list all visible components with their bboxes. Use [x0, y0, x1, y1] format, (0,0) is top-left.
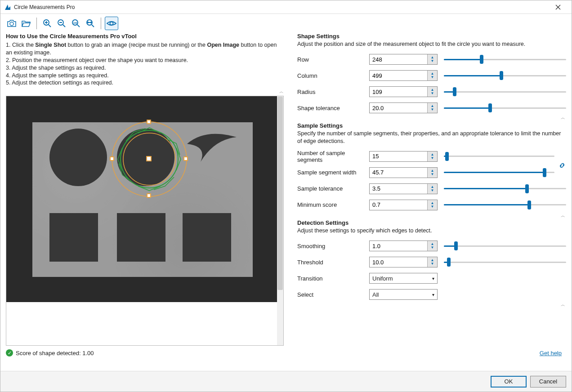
segwidth-control: Sample segment width ▲▼	[297, 165, 566, 181]
smoothing-slider-thumb[interactable]	[454, 241, 458, 250]
shape-tolerance-stepper[interactable]: ▲▼	[427, 103, 437, 113]
threshold-slider[interactable]	[444, 257, 566, 267]
overlay-handle-center[interactable]	[146, 156, 152, 161]
segments-slider-thumb[interactable]	[445, 152, 449, 161]
row-input[interactable]	[370, 54, 427, 64]
sample-settings-desc: Specify the number of sample segments, t…	[297, 130, 566, 145]
get-help-link[interactable]: Get help	[540, 350, 562, 356]
chevron-down-icon: ▾	[432, 276, 434, 281]
howto-line2: 2. Position the measurement object over …	[6, 57, 188, 63]
smoothing-input[interactable]	[370, 241, 427, 251]
zoom-in-button[interactable]	[40, 17, 54, 30]
overlay-handle-right[interactable]	[183, 156, 188, 161]
scrollbar-thumb[interactable]	[277, 97, 283, 290]
sample-tolerance-control: Sample tolerance ▲▼	[297, 181, 566, 197]
open-image-button[interactable]	[19, 17, 33, 30]
zoom-out-button[interactable]	[55, 17, 68, 30]
transition-label: Transition	[297, 275, 369, 282]
threshold-slider-thumb[interactable]	[447, 258, 451, 267]
radius-slider-thumb[interactable]	[453, 87, 456, 96]
detection-collapse-caret[interactable]: ︿	[561, 302, 565, 308]
threshold-stepper[interactable]: ▲▼	[427, 257, 437, 267]
segwidth-slider[interactable]	[444, 167, 554, 178]
row-slider[interactable]	[444, 54, 566, 65]
preview-toggle-button[interactable]	[105, 17, 118, 30]
smoothing-label: Smoothing	[297, 243, 369, 249]
svg-text:100: 100	[73, 22, 77, 24]
segments-stepper[interactable]: ▲▼	[427, 151, 437, 161]
overlay-handle-bottom[interactable]	[147, 193, 151, 198]
sample-tolerance-slider-thumb[interactable]	[525, 184, 529, 193]
row-slider-thumb[interactable]	[480, 55, 483, 64]
shape-collapse-caret[interactable]: ︿	[561, 115, 565, 121]
image-canvas	[6, 96, 277, 302]
threshold-control: Threshold ▲▼	[297, 254, 566, 270]
row-control: Row ▲▼	[297, 51, 566, 67]
segwidth-spinbox[interactable]: ▲▼	[369, 167, 438, 178]
column-input[interactable]	[370, 71, 427, 80]
segments-spinbox[interactable]: ▲▼	[369, 151, 438, 162]
zoom-fit-button[interactable]	[84, 17, 97, 30]
minscore-stepper[interactable]: ▲▼	[427, 200, 437, 210]
smoothing-spinbox[interactable]: ▲▼	[369, 241, 438, 251]
sample-tolerance-input[interactable]	[370, 184, 427, 194]
minscore-slider-thumb[interactable]	[527, 200, 531, 209]
segwidth-label: Sample segment width	[297, 169, 369, 176]
shape-square-3	[183, 213, 231, 262]
column-stepper[interactable]: ▲▼	[427, 71, 437, 80]
collapse-caret-icon[interactable]: ︿	[279, 89, 284, 95]
close-button[interactable]	[548, 1, 568, 13]
status-value: 1.00	[82, 350, 94, 356]
transition-select[interactable]: Uniform▾	[369, 273, 438, 284]
sample-collapse-caret[interactable]: ︿	[561, 213, 565, 219]
minscore-label: Minimum score	[297, 201, 369, 208]
radius-stepper[interactable]: ▲▼	[427, 87, 437, 97]
sample-tolerance-stepper[interactable]: ▲▼	[427, 184, 437, 194]
zoom-100-button[interactable]: 100	[69, 17, 83, 30]
threshold-spinbox[interactable]: ▲▼	[369, 257, 438, 267]
shape-tolerance-slider-thumb[interactable]	[488, 103, 492, 112]
smoothing-slider[interactable]	[444, 241, 566, 251]
column-spinbox[interactable]: ▲▼	[369, 70, 438, 81]
overlay-handle-top[interactable]	[147, 120, 151, 124]
shape-tolerance-slider[interactable]	[444, 102, 566, 113]
shape-tolerance-input[interactable]	[370, 103, 427, 113]
select-select[interactable]: All▾	[369, 289, 438, 300]
select-label: Select	[297, 291, 369, 298]
ok-button[interactable]: OK	[491, 376, 527, 388]
segments-input[interactable]	[370, 151, 427, 161]
cancel-button[interactable]: Cancel	[530, 376, 566, 388]
howto-line5: 5. Adjust the detection settings as requ…	[6, 80, 113, 86]
footer: OK Cancel	[0, 371, 572, 392]
howto-title: How to Use the Circle Measurements Pro v…	[6, 33, 284, 40]
threshold-input[interactable]	[370, 257, 427, 267]
image-viewport[interactable]	[6, 96, 284, 346]
column-slider-thumb[interactable]	[500, 71, 503, 80]
shape-tolerance-spinbox[interactable]: ▲▼	[369, 102, 438, 113]
radius-input[interactable]	[370, 87, 427, 97]
column-control: Column ▲▼	[297, 67, 566, 84]
shape-settings-desc: Adjust the position and size of the meas…	[297, 40, 566, 48]
minscore-input[interactable]	[370, 200, 427, 210]
radius-spinbox[interactable]: ▲▼	[369, 86, 438, 97]
segments-slider[interactable]	[444, 151, 554, 162]
overlay-handle-left[interactable]	[110, 156, 114, 161]
row-stepper[interactable]: ▲▼	[427, 54, 437, 64]
sample-tolerance-spinbox[interactable]: ▲▼	[369, 183, 438, 194]
sample-tolerance-slider[interactable]	[444, 183, 566, 194]
radius-slider[interactable]	[444, 86, 566, 97]
segwidth-slider-thumb[interactable]	[543, 168, 546, 177]
shape-square-1	[49, 213, 98, 262]
vertical-scrollbar[interactable]	[277, 96, 283, 345]
segwidth-input[interactable]	[370, 168, 427, 178]
shape-circle-left	[49, 129, 107, 186]
single-shot-button[interactable]	[5, 17, 18, 30]
link-icon[interactable]	[558, 161, 566, 171]
smoothing-stepper[interactable]: ▲▼	[427, 241, 437, 251]
minscore-spinbox[interactable]: ▲▼	[369, 200, 438, 210]
row-spinbox[interactable]: ▲▼	[369, 54, 438, 65]
minscore-slider[interactable]	[444, 200, 566, 210]
status-bar: ✓ Score of shape detected: 1.00	[6, 349, 284, 356]
column-slider[interactable]	[444, 70, 566, 81]
segwidth-stepper[interactable]: ▲▼	[427, 168, 437, 178]
